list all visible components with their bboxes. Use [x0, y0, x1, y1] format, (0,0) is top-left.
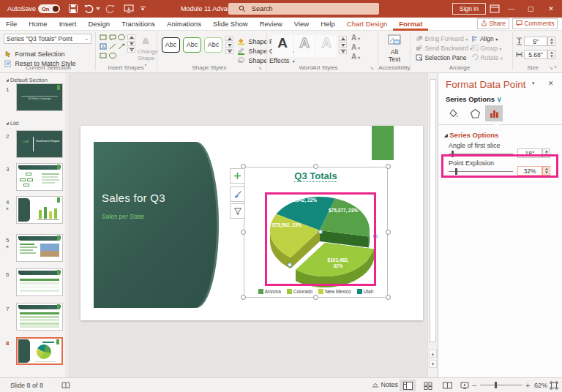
fill-line-tab[interactable] [444, 105, 462, 121]
resize-handle[interactable] [241, 295, 246, 300]
next-slide-button[interactable]: ▼ [429, 360, 437, 368]
pane-close-icon[interactable]: ✕ [548, 80, 554, 87]
tab-view[interactable]: View [288, 18, 315, 31]
selection-pane-button[interactable]: Selection Pane [416, 54, 467, 61]
maximize-button[interactable]: ▢ [522, 0, 539, 18]
thumbnail-scrollbar[interactable] [65, 73, 70, 377]
chart-title[interactable]: Q3 Totals [244, 170, 387, 181]
wordart-dialog-launcher[interactable]: ↘ [370, 65, 374, 71]
section-header-list[interactable]: ◢ List [6, 120, 19, 127]
slide-thumbnail-7[interactable] [16, 303, 63, 331]
zoom-slider[interactable] [480, 385, 522, 385]
qat-more-icon[interactable] [140, 7, 146, 11]
shape-height-spinner[interactable] [547, 37, 555, 46]
insert-shapes-gallery[interactable]: A [100, 34, 126, 61]
resize-handle[interactable] [313, 295, 318, 300]
slide-title-panel[interactable] [94, 142, 219, 308]
shape-width-input[interactable]: 5.68" [524, 50, 547, 59]
slide-thumbnail-5[interactable] [16, 234, 63, 262]
slide-thumbnail-2[interactable]: JJ&B Southwest Region [16, 130, 63, 158]
wordart-style-1[interactable]: A [272, 35, 293, 57]
reading-view-button[interactable] [439, 380, 455, 391]
tab-format[interactable]: Format [393, 18, 428, 31]
tab-transitions[interactable]: Transitions [116, 18, 161, 31]
canvas-scrollbar-thumb[interactable] [430, 79, 436, 342]
group-button[interactable]: Group ▾ [471, 45, 501, 52]
bring-forward-button[interactable]: Bring Forward ▾ [416, 35, 468, 42]
tab-chart-design[interactable]: Chart Design [341, 18, 393, 31]
slide-subtitle-text[interactable]: Sales per State [102, 213, 144, 220]
shape-styles-scroll-up[interactable] [225, 36, 233, 41]
resize-handle[interactable] [386, 295, 391, 300]
send-backward-button[interactable]: Send Backward ▾ [416, 45, 472, 52]
slide-sorter-view-button[interactable] [420, 380, 436, 391]
wordart-more-button[interactable] [339, 49, 347, 54]
resize-handle[interactable] [241, 230, 246, 235]
slide-thumbnail-8[interactable] [16, 337, 63, 365]
shapes-scroll-up[interactable] [127, 34, 135, 39]
shapes-more-button[interactable] [127, 48, 135, 53]
tab-help[interactable]: Help [315, 18, 341, 31]
shapes-scroll-down[interactable] [127, 41, 135, 46]
zoom-in-button[interactable]: + [525, 381, 530, 390]
tab-slide-show[interactable]: Slide Show [207, 18, 254, 31]
slide-thumbnail-6[interactable] [16, 268, 63, 296]
autosave-toggle[interactable]: On [38, 4, 60, 13]
ribbon-display-options-icon[interactable] [489, 3, 501, 15]
present-icon[interactable] [123, 3, 135, 15]
chart-filters-button[interactable] [230, 203, 245, 219]
signin-button[interactable]: Sign in [452, 3, 486, 15]
align-button[interactable]: Align ▾ [471, 35, 498, 42]
slide-title-text[interactable]: Sales for Q3 [102, 192, 165, 204]
size-dialog-launcher[interactable]: ↘ [549, 65, 553, 71]
search-input[interactable]: Search [228, 3, 379, 15]
tab-home[interactable]: Home [23, 18, 53, 31]
zoom-level[interactable]: 62% [534, 382, 547, 389]
shape-style-3[interactable]: Abc [204, 37, 222, 53]
notes-button[interactable]: Notes [372, 381, 398, 388]
alt-text-button[interactable]: Alt Text [383, 34, 405, 63]
text-effects-button[interactable]: A ▾ [351, 53, 360, 61]
text-fill-button[interactable]: A ▾ [351, 34, 360, 42]
minimize-button[interactable]: — [503, 0, 520, 18]
pane-tab-group-label[interactable]: Series Options ∨ [446, 95, 502, 103]
effects-tab[interactable] [466, 105, 484, 121]
slide-show-button[interactable] [457, 380, 473, 391]
display-settings-icon[interactable] [61, 382, 70, 389]
section-header-default[interactable]: ◢ Default Section [6, 77, 48, 83]
shape-width-spinner[interactable] [547, 50, 555, 59]
slide-thumbnail-4[interactable] [16, 196, 63, 224]
slide-thumbnail-1[interactable]: Q3 Sales Campaign [16, 83, 63, 111]
wordart-style-2[interactable]: A [294, 35, 315, 57]
resize-handle[interactable] [386, 164, 391, 169]
fit-slide-icon[interactable] [550, 381, 558, 390]
chart-elements-button[interactable] [230, 168, 245, 184]
close-button[interactable]: ✕ [543, 0, 559, 18]
normal-view-button[interactable] [400, 380, 416, 391]
series-options-tab[interactable] [485, 105, 503, 121]
shape-styles-more-button[interactable] [225, 49, 233, 54]
chart-styles-button[interactable] [230, 186, 245, 202]
collapse-ribbon-button[interactable]: ˄ [554, 64, 557, 69]
pane-options-caret[interactable]: ▾ [532, 80, 535, 86]
text-outline-button[interactable]: A ▾ [351, 43, 360, 51]
shape-styles-dialog-launcher[interactable]: ↘ [258, 65, 262, 71]
selection-combo[interactable]: Series "Q3 Totals" Point ⌄ [4, 34, 91, 44]
share-button[interactable]: Share [477, 18, 509, 29]
resize-handle[interactable] [386, 230, 391, 235]
shape-style-2[interactable]: Abc [183, 37, 201, 53]
tab-insert[interactable]: Insert [53, 18, 83, 31]
resize-handle[interactable] [313, 164, 318, 169]
undo-icon[interactable] [83, 3, 95, 15]
tab-animations[interactable]: Animations [161, 18, 207, 31]
tab-file[interactable]: File [0, 18, 23, 31]
previous-slide-button[interactable]: ▲ [429, 350, 437, 358]
save-icon[interactable] [67, 3, 79, 15]
rotate-button[interactable]: Rotate ▾ [471, 54, 503, 61]
zoom-out-button[interactable]: − [472, 381, 476, 390]
series-options-section-header[interactable]: ◢ Series Options [444, 131, 498, 139]
undo-dropdown-caret[interactable] [96, 7, 100, 10]
slide-thumbnail-3[interactable] [16, 163, 63, 191]
canvas-scrollbar[interactable]: ▲ ▼ [427, 73, 437, 377]
slide-editing-area[interactable]: Sales for Q3 Sales per State Q3 Totals A… [80, 126, 423, 320]
